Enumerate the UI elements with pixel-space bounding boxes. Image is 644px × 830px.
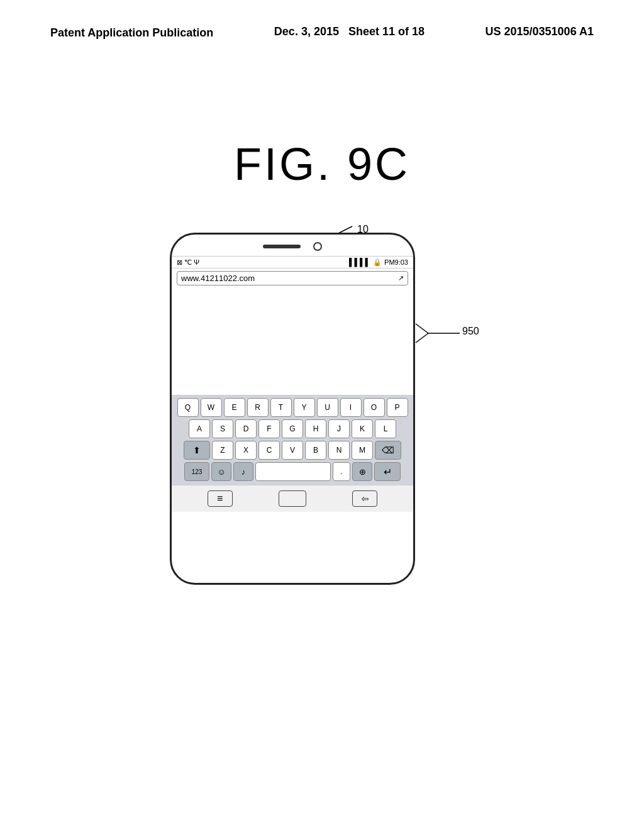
keyboard-row-4: 123 ☺ ♪ . ⊕ ↵ [174, 462, 411, 481]
url-bar[interactable]: www.41211022.com ↗ [177, 271, 408, 285]
key-F[interactable]: F [258, 419, 280, 438]
nav-home-button[interactable] [279, 490, 306, 507]
patent-number: US 2015/0351006 A1 [486, 25, 594, 38]
key-V[interactable]: V [282, 441, 303, 460]
nav-back-button[interactable]: ⇨ [352, 490, 377, 507]
ref-label-950: 950 [462, 326, 479, 337]
key-T[interactable]: T [270, 398, 292, 417]
key-C[interactable]: C [258, 441, 280, 460]
key-A[interactable]: A [189, 419, 210, 438]
key-Y[interactable]: Y [294, 398, 315, 417]
key-J[interactable]: J [328, 419, 350, 438]
key-backspace[interactable]: ⌫ [375, 441, 401, 460]
svg-line-2 [416, 333, 428, 343]
url-text: www.41211022.com [181, 274, 255, 283]
key-B[interactable]: B [305, 441, 326, 460]
notification-icons: ⊠ ℃ Ψ [177, 258, 199, 267]
key-shift[interactable]: ⬆ [184, 441, 210, 460]
phone-device: ⊠ ℃ Ψ ▌▌▌▌ 🔒 PM9:03 www.41211022.com ↗ Q… [170, 233, 415, 585]
key-H[interactable]: H [305, 419, 326, 438]
keyboard: Q W E R T Y U I O P A S D F G H J K L ⬆ … [172, 395, 413, 485]
key-mic[interactable]: ♪ [233, 462, 253, 481]
status-bar: ⊠ ℃ Ψ ▌▌▌▌ 🔒 PM9:03 [172, 256, 413, 268]
figure-title: FIG. 9C [0, 138, 644, 190]
date-label: Dec. 3, 2015 [274, 25, 339, 38]
key-K[interactable]: K [352, 419, 373, 438]
phone-camera [313, 242, 322, 251]
svg-line-1 [416, 324, 428, 333]
phone-top-bar [172, 235, 413, 256]
keyboard-row-3: ⬆ Z X C V B N M ⌫ [174, 441, 411, 460]
key-L[interactable]: L [375, 419, 396, 438]
key-123[interactable]: 123 [184, 462, 209, 481]
ref-bracket-950 [413, 321, 463, 346]
key-globe[interactable]: ⊕ [352, 462, 372, 481]
status-right: ▌▌▌▌ 🔒 PM9:03 [349, 258, 408, 267]
time-display: PM9:03 [384, 258, 408, 266]
signal-icon: ▌▌▌▌ [349, 258, 370, 267]
key-D[interactable]: D [235, 419, 257, 438]
keyboard-row-2: A S D F G H J K L [174, 419, 411, 438]
key-W[interactable]: W [201, 398, 222, 417]
key-M[interactable]: M [352, 441, 373, 460]
key-G[interactable]: G [282, 419, 303, 438]
nav-menu-button[interactable]: ≡ [208, 490, 233, 507]
key-S[interactable]: S [212, 419, 233, 438]
page-header: Patent Application Publication Dec. 3, 2… [0, 25, 644, 41]
phone-speaker [263, 245, 301, 248]
key-X[interactable]: X [235, 441, 257, 460]
key-U[interactable]: U [317, 398, 338, 417]
key-space[interactable] [255, 462, 331, 481]
key-emoji[interactable]: ☺ [211, 462, 231, 481]
status-icons-left: ⊠ ℃ Ψ [177, 258, 199, 267]
key-E[interactable]: E [224, 398, 245, 417]
publication-label: Patent Application Publication [50, 25, 213, 41]
key-O[interactable]: O [364, 398, 385, 417]
key-Q[interactable]: Q [177, 398, 199, 417]
date-sheet: Dec. 3, 2015 Sheet 11 of 18 [274, 25, 425, 38]
bottom-nav: ≡ ⇨ [172, 485, 413, 512]
side-volume-button [413, 348, 415, 379]
key-return[interactable]: ↵ [374, 462, 401, 481]
url-arrow: ↗ [398, 274, 404, 282]
key-P[interactable]: P [387, 398, 408, 417]
key-N[interactable]: N [328, 441, 350, 460]
key-dot[interactable]: . [333, 462, 350, 481]
browser-content [172, 288, 413, 395]
key-R[interactable]: R [247, 398, 269, 417]
sheet-label: Sheet 11 of 18 [348, 25, 425, 38]
key-Z[interactable]: Z [212, 441, 233, 460]
keyboard-row-1: Q W E R T Y U I O P [174, 398, 411, 417]
lock-icon: 🔒 [373, 258, 382, 267]
key-I[interactable]: I [340, 398, 362, 417]
